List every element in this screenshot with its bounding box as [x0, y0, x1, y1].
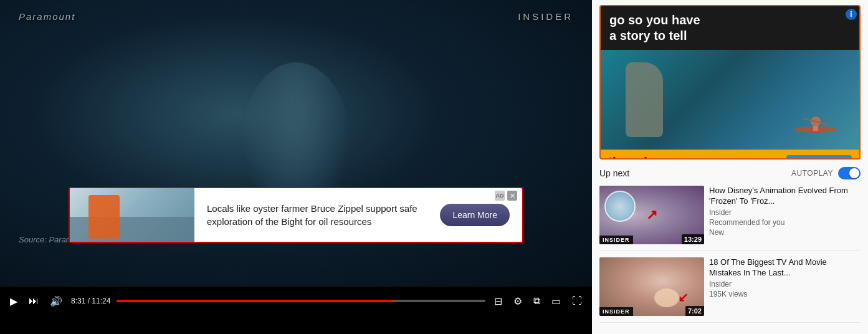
recommendation-item-1[interactable]: ↗ INSIDER 13:29 How Disney's Animation E…: [599, 186, 861, 251]
rec-title-1: How Disney's Animation Evolved From 'Fro…: [709, 186, 861, 207]
rec-info-2: 18 Of The Biggest TV And Movie Mistakes …: [709, 257, 861, 316]
recommendation-item-2[interactable]: ↙ INSIDER 7:02 18 Of The Biggest TV And …: [599, 257, 861, 323]
autoplay-label: AUTOPLAY: [791, 169, 833, 178]
svg-rect-2: [813, 126, 818, 131]
ad-marker: AD: [495, 191, 505, 201]
rec-thumb-2: ↙ INSIDER 7:02: [599, 257, 704, 316]
skip-button[interactable]: ⏭: [26, 293, 41, 309]
rec-meta1-1: Recommended for you: [709, 218, 861, 227]
ad-banner-image: [70, 188, 194, 242]
play-button[interactable]: ▶: [7, 293, 20, 310]
sidebar-ad-headline-line2: a story to tell: [609, 28, 851, 44]
rec-info-1: How Disney's Animation Evolved From 'Fro…: [709, 186, 861, 244]
toggle-knob: [849, 168, 859, 178]
theater-button[interactable]: ▭: [549, 293, 563, 310]
sidebar: i go so you have a story to tell tigerai…: [592, 0, 868, 334]
miniplayer-button[interactable]: ⧉: [531, 293, 543, 309]
upnext-label: Up next: [599, 168, 629, 178]
tigerair-brand-name: tigerair: [608, 155, 652, 160]
video-controls-bar: ▶ ⏭ 🔊 8:31 / 11:24 ⊟ ⚙ ⧉ ▭ ⛶: [0, 287, 592, 315]
rec-meta2-1: New: [709, 228, 861, 237]
ad-person: [88, 195, 120, 239]
baby-figure: [654, 289, 679, 307]
sidebar-ad[interactable]: i go so you have a story to tell tigerai…: [599, 5, 861, 160]
ad-banner-text: Locals like oyster farmer Bruce Zippel s…: [194, 202, 440, 228]
rec-duration-2: 7:02: [685, 306, 704, 316]
sidebar-ad-footer: tigerair go far it. book now: [601, 150, 859, 160]
autoplay-container: AUTOPLAY: [791, 167, 861, 179]
sidebar-ad-image: [601, 50, 859, 150]
rec-duration-1: 13:29: [682, 234, 704, 244]
red-arrow-icon: ↗: [646, 207, 657, 223]
video-ad-banner: AD ✕ Locals like oyster farmer Bruce Zip…: [69, 187, 523, 243]
ad-learn-more-button[interactable]: Learn More: [440, 204, 510, 226]
watermark-paramount: Paramount: [19, 11, 75, 22]
ad-kayaker: [791, 106, 841, 137]
rec-meta1-2: 195K views: [709, 290, 861, 298]
sidebar-ad-headline-line1: go so you have: [609, 12, 851, 28]
rec-channel-1: Insider: [709, 208, 861, 217]
rec-channel-2: Insider: [709, 280, 861, 289]
mute-button[interactable]: 🔊: [47, 293, 65, 310]
upnext-header: Up next AUTOPLAY: [599, 167, 861, 179]
video-section: Paramount INSIDER Source: Paramount AD ✕…: [0, 0, 592, 334]
book-now-button[interactable]: book now: [786, 155, 852, 160]
red-arrow-icon-2: ↙: [678, 290, 689, 305]
ad-close-button[interactable]: ✕: [507, 191, 517, 201]
video-player[interactable]: Paramount INSIDER Source: Paramount AD ✕…: [0, 0, 592, 287]
progress-bar[interactable]: [117, 300, 485, 302]
progress-fill: [117, 300, 393, 302]
subtitles-button[interactable]: ⊟: [492, 293, 505, 310]
autoplay-toggle[interactable]: [838, 167, 861, 179]
frozen-circle: [604, 191, 636, 222]
ad-info-icon[interactable]: i: [846, 9, 857, 20]
watermark-insider: INSIDER: [518, 11, 573, 22]
ad-rock-cliff: [626, 62, 663, 137]
fullscreen-button[interactable]: ⛶: [570, 293, 584, 309]
rec-title-2: 18 Of The Biggest TV And Movie Mistakes …: [709, 257, 861, 279]
settings-button[interactable]: ⚙: [511, 293, 525, 310]
tigerair-logo: tigerair go far it.: [608, 155, 652, 160]
insider-badge-2: INSIDER: [599, 307, 633, 316]
sidebar-ad-headline: go so you have a story to tell: [601, 6, 859, 50]
time-display: 8:31 / 11:24: [71, 297, 110, 305]
insider-badge-1: INSIDER: [599, 236, 633, 244]
rec-thumb-1: ↗ INSIDER 13:29: [599, 186, 704, 244]
